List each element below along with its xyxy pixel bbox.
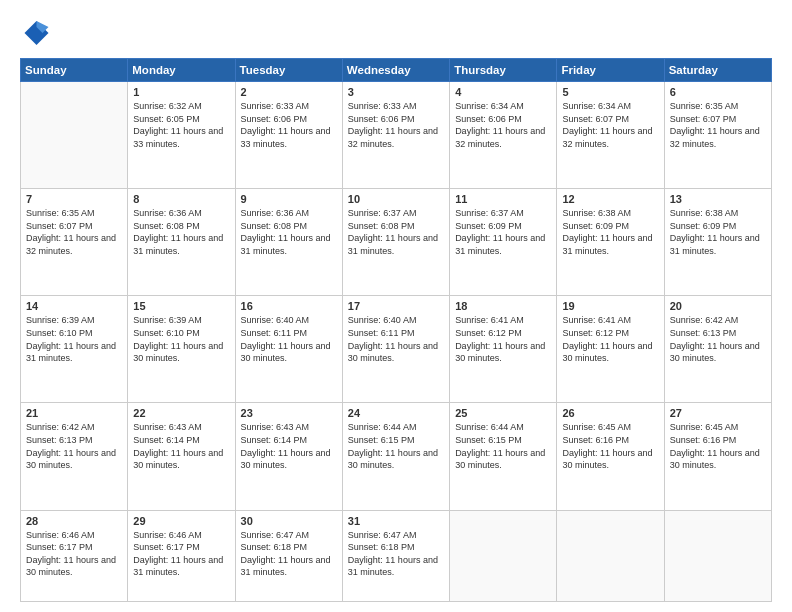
cell-info: Sunrise: 6:46 AMSunset: 6:17 PMDaylight:… (133, 529, 229, 579)
calendar-cell: 8Sunrise: 6:36 AMSunset: 6:08 PMDaylight… (128, 189, 235, 296)
cell-info: Sunrise: 6:37 AMSunset: 6:09 PMDaylight:… (455, 207, 551, 257)
header (20, 18, 772, 48)
calendar-cell (557, 510, 664, 601)
calendar-week-row: 21Sunrise: 6:42 AMSunset: 6:13 PMDayligh… (21, 403, 772, 510)
calendar-cell: 16Sunrise: 6:40 AMSunset: 6:11 PMDayligh… (235, 296, 342, 403)
cell-info: Sunrise: 6:47 AMSunset: 6:18 PMDaylight:… (241, 529, 337, 579)
calendar-cell (450, 510, 557, 601)
calendar-cell: 29Sunrise: 6:46 AMSunset: 6:17 PMDayligh… (128, 510, 235, 601)
day-number: 8 (133, 193, 229, 205)
day-number: 24 (348, 407, 444, 419)
cell-info: Sunrise: 6:36 AMSunset: 6:08 PMDaylight:… (241, 207, 337, 257)
cell-info: Sunrise: 6:34 AMSunset: 6:07 PMDaylight:… (562, 100, 658, 150)
calendar-cell: 11Sunrise: 6:37 AMSunset: 6:09 PMDayligh… (450, 189, 557, 296)
day-number: 15 (133, 300, 229, 312)
day-number: 18 (455, 300, 551, 312)
cell-info: Sunrise: 6:44 AMSunset: 6:15 PMDaylight:… (348, 421, 444, 471)
day-number: 21 (26, 407, 122, 419)
day-number: 28 (26, 515, 122, 527)
calendar-cell: 6Sunrise: 6:35 AMSunset: 6:07 PMDaylight… (664, 82, 771, 189)
day-number: 13 (670, 193, 766, 205)
calendar-week-row: 28Sunrise: 6:46 AMSunset: 6:17 PMDayligh… (21, 510, 772, 601)
day-number: 4 (455, 86, 551, 98)
calendar-cell: 3Sunrise: 6:33 AMSunset: 6:06 PMDaylight… (342, 82, 449, 189)
day-number: 14 (26, 300, 122, 312)
cell-info: Sunrise: 6:40 AMSunset: 6:11 PMDaylight:… (241, 314, 337, 364)
cell-info: Sunrise: 6:32 AMSunset: 6:05 PMDaylight:… (133, 100, 229, 150)
calendar-day-header: Sunday (21, 59, 128, 82)
cell-info: Sunrise: 6:45 AMSunset: 6:16 PMDaylight:… (562, 421, 658, 471)
calendar-cell: 1Sunrise: 6:32 AMSunset: 6:05 PMDaylight… (128, 82, 235, 189)
calendar-cell: 24Sunrise: 6:44 AMSunset: 6:15 PMDayligh… (342, 403, 449, 510)
calendar-cell: 27Sunrise: 6:45 AMSunset: 6:16 PMDayligh… (664, 403, 771, 510)
calendar-cell: 23Sunrise: 6:43 AMSunset: 6:14 PMDayligh… (235, 403, 342, 510)
cell-info: Sunrise: 6:46 AMSunset: 6:17 PMDaylight:… (26, 529, 122, 579)
calendar-cell: 9Sunrise: 6:36 AMSunset: 6:08 PMDaylight… (235, 189, 342, 296)
day-number: 12 (562, 193, 658, 205)
calendar-cell: 13Sunrise: 6:38 AMSunset: 6:09 PMDayligh… (664, 189, 771, 296)
calendar-cell: 17Sunrise: 6:40 AMSunset: 6:11 PMDayligh… (342, 296, 449, 403)
calendar-cell (21, 82, 128, 189)
calendar-cell: 31Sunrise: 6:47 AMSunset: 6:18 PMDayligh… (342, 510, 449, 601)
calendar-table: SundayMondayTuesdayWednesdayThursdayFrid… (20, 58, 772, 602)
calendar-week-row: 1Sunrise: 6:32 AMSunset: 6:05 PMDaylight… (21, 82, 772, 189)
logo (20, 18, 54, 48)
calendar-day-header: Saturday (664, 59, 771, 82)
day-number: 19 (562, 300, 658, 312)
calendar-week-row: 14Sunrise: 6:39 AMSunset: 6:10 PMDayligh… (21, 296, 772, 403)
day-number: 20 (670, 300, 766, 312)
day-number: 23 (241, 407, 337, 419)
calendar-cell: 4Sunrise: 6:34 AMSunset: 6:06 PMDaylight… (450, 82, 557, 189)
cell-info: Sunrise: 6:42 AMSunset: 6:13 PMDaylight:… (26, 421, 122, 471)
cell-info: Sunrise: 6:39 AMSunset: 6:10 PMDaylight:… (26, 314, 122, 364)
day-number: 11 (455, 193, 551, 205)
cell-info: Sunrise: 6:37 AMSunset: 6:08 PMDaylight:… (348, 207, 444, 257)
calendar-cell: 12Sunrise: 6:38 AMSunset: 6:09 PMDayligh… (557, 189, 664, 296)
day-number: 16 (241, 300, 337, 312)
day-number: 10 (348, 193, 444, 205)
cell-info: Sunrise: 6:43 AMSunset: 6:14 PMDaylight:… (133, 421, 229, 471)
calendar-cell (664, 510, 771, 601)
day-number: 6 (670, 86, 766, 98)
day-number: 31 (348, 515, 444, 527)
cell-info: Sunrise: 6:33 AMSunset: 6:06 PMDaylight:… (348, 100, 444, 150)
day-number: 5 (562, 86, 658, 98)
cell-info: Sunrise: 6:44 AMSunset: 6:15 PMDaylight:… (455, 421, 551, 471)
calendar-cell: 5Sunrise: 6:34 AMSunset: 6:07 PMDaylight… (557, 82, 664, 189)
calendar-day-header: Thursday (450, 59, 557, 82)
day-number: 17 (348, 300, 444, 312)
cell-info: Sunrise: 6:35 AMSunset: 6:07 PMDaylight:… (26, 207, 122, 257)
calendar-day-header: Tuesday (235, 59, 342, 82)
calendar-cell: 26Sunrise: 6:45 AMSunset: 6:16 PMDayligh… (557, 403, 664, 510)
calendar-cell: 7Sunrise: 6:35 AMSunset: 6:07 PMDaylight… (21, 189, 128, 296)
calendar-cell: 15Sunrise: 6:39 AMSunset: 6:10 PMDayligh… (128, 296, 235, 403)
cell-info: Sunrise: 6:36 AMSunset: 6:08 PMDaylight:… (133, 207, 229, 257)
cell-info: Sunrise: 6:45 AMSunset: 6:16 PMDaylight:… (670, 421, 766, 471)
cell-info: Sunrise: 6:38 AMSunset: 6:09 PMDaylight:… (562, 207, 658, 257)
calendar-cell: 21Sunrise: 6:42 AMSunset: 6:13 PMDayligh… (21, 403, 128, 510)
day-number: 3 (348, 86, 444, 98)
calendar-cell: 22Sunrise: 6:43 AMSunset: 6:14 PMDayligh… (128, 403, 235, 510)
calendar-day-header: Monday (128, 59, 235, 82)
cell-info: Sunrise: 6:41 AMSunset: 6:12 PMDaylight:… (455, 314, 551, 364)
day-number: 25 (455, 407, 551, 419)
cell-info: Sunrise: 6:43 AMSunset: 6:14 PMDaylight:… (241, 421, 337, 471)
calendar-cell: 20Sunrise: 6:42 AMSunset: 6:13 PMDayligh… (664, 296, 771, 403)
day-number: 22 (133, 407, 229, 419)
cell-info: Sunrise: 6:47 AMSunset: 6:18 PMDaylight:… (348, 529, 444, 579)
calendar-cell: 25Sunrise: 6:44 AMSunset: 6:15 PMDayligh… (450, 403, 557, 510)
cell-info: Sunrise: 6:40 AMSunset: 6:11 PMDaylight:… (348, 314, 444, 364)
cell-info: Sunrise: 6:35 AMSunset: 6:07 PMDaylight:… (670, 100, 766, 150)
cell-info: Sunrise: 6:34 AMSunset: 6:06 PMDaylight:… (455, 100, 551, 150)
day-number: 9 (241, 193, 337, 205)
calendar-header-row: SundayMondayTuesdayWednesdayThursdayFrid… (21, 59, 772, 82)
calendar-cell: 10Sunrise: 6:37 AMSunset: 6:08 PMDayligh… (342, 189, 449, 296)
day-number: 7 (26, 193, 122, 205)
day-number: 2 (241, 86, 337, 98)
calendar-cell: 14Sunrise: 6:39 AMSunset: 6:10 PMDayligh… (21, 296, 128, 403)
calendar-week-row: 7Sunrise: 6:35 AMSunset: 6:07 PMDaylight… (21, 189, 772, 296)
cell-info: Sunrise: 6:42 AMSunset: 6:13 PMDaylight:… (670, 314, 766, 364)
cell-info: Sunrise: 6:39 AMSunset: 6:10 PMDaylight:… (133, 314, 229, 364)
cell-info: Sunrise: 6:33 AMSunset: 6:06 PMDaylight:… (241, 100, 337, 150)
calendar-day-header: Friday (557, 59, 664, 82)
